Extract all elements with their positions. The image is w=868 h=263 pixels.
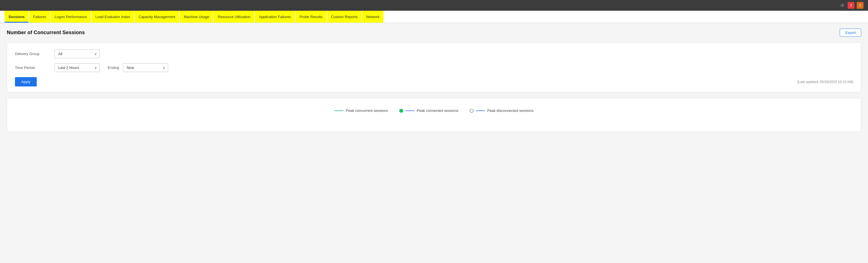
time-period-select[interactable]: Last 2 Hours Last 4 Hours Last 8 Hours L… [55,63,100,72]
time-period-select-wrapper: Last 2 Hours Last 4 Hours Last 8 Hours L… [55,63,100,72]
page-title: Number of Concurrent Sessions [7,30,85,36]
tab-load-evaluator-index[interactable]: Load Evaluator Index [92,11,134,23]
tab-failures[interactable]: Failures [29,11,50,23]
tab-resource-utilization[interactable]: Resource Utilization [214,11,255,23]
page-title-row: Number of Concurrent Sessions Export [7,29,861,37]
tab-network[interactable]: Network [362,11,383,23]
tab-logon-performance[interactable]: Logon Performance [51,11,91,23]
legend-peak-connected: Peak connected sessions [399,108,458,113]
time-period-row: Time Period Last 2 Hours Last 4 Hours La… [15,63,853,72]
peak-disconnected-circle [470,109,473,113]
peak-connected-line [405,110,414,111]
tab-probe-results[interactable]: Probe Results [296,11,327,23]
filter-card: Delivery Group All Group A Group B Time … [7,42,861,92]
legend-peak-concurrent: Peak concurrent sessions [335,108,388,113]
tab-capacity-management[interactable]: Capacity Management [134,11,179,23]
peak-disconnected-label: Peak disconnected sessions [487,108,533,113]
peak-disconnected-line [476,110,485,111]
peak-concurrent-line [335,110,344,111]
tab-custom-reports[interactable]: Custom Reports [327,11,362,23]
time-period-label: Time Period [15,66,55,70]
alert-red-icon[interactable]: ! [848,2,855,9]
delivery-group-select-wrapper: All Group A Group B [55,50,100,58]
legend-peak-disconnected: Peak disconnected sessions [470,108,533,113]
ending-select[interactable]: Now Custom [123,63,168,72]
peak-connected-circle [399,109,403,113]
tab-sessions[interactable]: Sessions [4,11,29,23]
export-button[interactable]: Export [840,29,861,37]
tab-machine-usage[interactable]: Machine Usage [180,11,213,23]
tab-application-failures[interactable]: Application Failures [255,11,295,23]
page-content: Number of Concurrent Sessions Export Del… [0,23,868,263]
delivery-group-label: Delivery Group [15,52,55,56]
top-bar: ↺ ! ! [0,0,868,11]
legend-card: Peak concurrent sessions Peak connected … [7,98,861,132]
legend-row: Peak concurrent sessions Peak connected … [15,105,853,116]
ending-select-wrapper: Now Custom [123,63,168,72]
peak-concurrent-label: Peak concurrent sessions [346,108,388,113]
alert-orange-icon[interactable]: ! [857,2,864,9]
last-updated-text: [Last updated: 05/29/2020 10:13 AM] [797,80,853,84]
nav-tabs: Sessions Failures Logon Performance Load… [0,11,868,23]
apply-button[interactable]: Apply [15,77,37,87]
delivery-group-row: Delivery Group All Group A Group B [15,50,853,58]
delivery-group-select[interactable]: All Group A Group B [55,50,100,58]
peak-connected-label: Peak connected sessions [417,108,458,113]
refresh-icon[interactable]: ↺ [839,2,845,9]
ending-label: Ending [107,66,119,70]
